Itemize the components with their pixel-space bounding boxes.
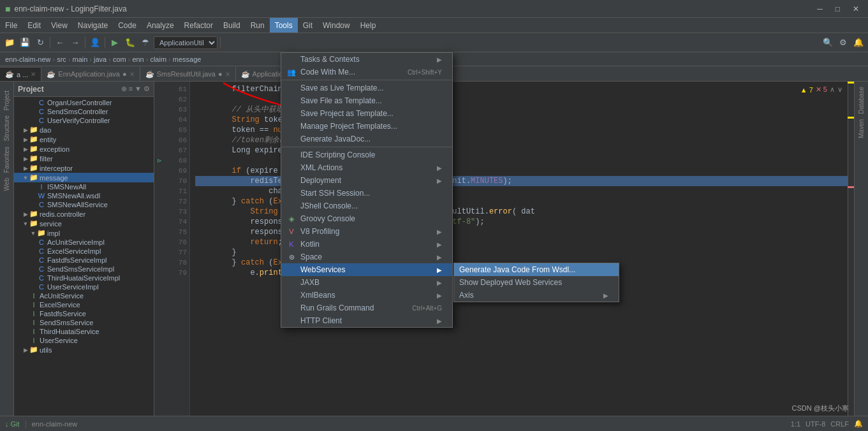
tree-item-excel-service[interactable]: I ExcelService: [14, 300, 154, 309]
menu-save-file-template[interactable]: Save File as Template...: [281, 94, 452, 107]
menu-start-ssh[interactable]: Start SSH Session...: [281, 187, 452, 200]
menu-xml-actions[interactable]: XML Actions ▶: [281, 161, 452, 174]
project-side-label[interactable]: Project: [2, 88, 11, 113]
collapse-icon[interactable]: ≡: [129, 85, 133, 93]
status-line-sep[interactable]: CRLF: [830, 420, 849, 428]
tab-close-btn[interactable]: ✕: [31, 71, 36, 78]
breadcrumb-root[interactable]: enn-claim-new: [5, 55, 51, 63]
tree-item-utils[interactable]: ▶ 📁 utils: [14, 345, 154, 354]
breadcrumb-message[interactable]: message: [173, 55, 202, 63]
menu-navigate[interactable]: Navigate: [73, 18, 113, 33]
breadcrumb-enn[interactable]: enn: [132, 55, 143, 63]
menu-generate-javadoc[interactable]: Generate JavaDoc...: [281, 133, 452, 145]
tree-item-excel-impl[interactable]: C ExcelServiceImpl: [14, 247, 154, 256]
menu-code[interactable]: Code: [113, 18, 142, 33]
menu-help[interactable]: Help: [355, 18, 381, 33]
tree-item-user-verify-controller[interactable]: C UserVerifyController: [14, 116, 154, 125]
menu-run-grails[interactable]: Run Grails Command Ctrl+Alt+G: [281, 302, 452, 314]
breadcrumb-com[interactable]: com: [113, 55, 126, 63]
menu-build[interactable]: Build: [218, 18, 246, 33]
menu-tasks-contexts[interactable]: Tasks & Contexts ▶: [281, 53, 452, 66]
editor-area[interactable]: ⊳ 61 62 63 64 65 66 67: [154, 82, 854, 431]
tree-item-user-service[interactable]: I UserService: [14, 336, 154, 345]
submenu-show-deployed[interactable]: Show Deployed Web Services: [454, 276, 619, 289]
menu-manage-templates[interactable]: Manage Project Templates...: [281, 120, 452, 133]
menu-xmlbeans[interactable]: XmlBeans ▶: [281, 289, 452, 302]
tab-close-btn[interactable]: ✕: [129, 71, 135, 78]
project-tree[interactable]: C OrganUserController C SendSmsControlle…: [14, 97, 154, 431]
maximize-button[interactable]: □: [832, 4, 844, 13]
menu-http-client[interactable]: HTTP Client ▶: [281, 314, 452, 327]
tree-item-sms-new-all-service[interactable]: C SMSNewAllService: [14, 200, 154, 209]
tree-item-ac-unit-impl[interactable]: C AcUnitServiceImpl: [14, 238, 154, 247]
menu-jshell-console[interactable]: JShell Console...: [281, 200, 452, 212]
tree-item-third-huatai-impl[interactable]: C ThirdHuataiServiceImpl: [14, 274, 154, 282]
tree-item-redis-controller[interactable]: ▶ 📁 redis.controller: [14, 209, 154, 219]
maven-side-label[interactable]: Maven: [857, 117, 866, 141]
minimize-button[interactable]: ─: [813, 4, 827, 13]
tree-item-send-sms-impl[interactable]: C SendSmsServiceImpl: [14, 265, 154, 274]
favorites-side-label[interactable]: Favorites: [2, 144, 11, 175]
menu-webservices[interactable]: WebServices ▶ Generate Java Code From Ws…: [281, 263, 452, 276]
menu-run[interactable]: Run: [246, 18, 270, 33]
menu-save-live-template[interactable]: Save as Live Template...: [281, 82, 452, 94]
toolbar-search-btn[interactable]: 🔍: [821, 36, 835, 50]
menu-ide-scripting[interactable]: IDE Scripting Console: [281, 149, 452, 161]
menu-jaxb[interactable]: JAXB ▶: [281, 276, 452, 289]
toolbar-settings-btn[interactable]: ⚙: [836, 36, 850, 50]
filter-icon[interactable]: ▼: [135, 85, 142, 93]
structure-side-label[interactable]: Structure: [2, 113, 11, 144]
tree-item-filter[interactable]: ▶ 📁 filter: [14, 154, 154, 163]
tree-item-exception[interactable]: ▶ 📁 exception: [14, 144, 154, 154]
tree-item-send-sms-service[interactable]: I SendSmsService: [14, 318, 154, 327]
tree-item-fastdfs-impl[interactable]: C FastdfsServiceImpl: [14, 256, 154, 265]
tree-item-dao[interactable]: ▶ 📁 dao: [14, 125, 154, 135]
toolbar-coverage-icon[interactable]: ☂: [138, 36, 152, 50]
web-side-label[interactable]: Web: [2, 175, 11, 193]
breadcrumb-main[interactable]: main: [73, 55, 88, 63]
menu-code-with-me[interactable]: 👥 Code With Me... Ctrl+Shift+Y: [281, 66, 452, 78]
close-button[interactable]: ✕: [849, 4, 863, 13]
tree-item-sms-new-all-wsdl[interactable]: W SMSNewAll.wsdl: [14, 191, 154, 200]
tab-enn-application[interactable]: ☕ EnnApplication.java ● ✕: [41, 67, 140, 81]
toolbar-open-btn[interactable]: 📁: [3, 36, 17, 50]
toolbar-update-btn[interactable]: 🔔: [851, 36, 865, 50]
breadcrumb-src[interactable]: src: [57, 55, 66, 63]
status-git[interactable]: ↓ Git: [5, 420, 20, 428]
status-position[interactable]: 1:1: [791, 420, 800, 428]
tree-item-service[interactable]: ▼ 📁 service: [14, 219, 154, 228]
tree-item-ac-unit-service[interactable]: I AcUnitService: [14, 291, 154, 300]
status-notifications[interactable]: 🔔: [854, 420, 863, 428]
tab-sms-result-util[interactable]: ☕ SmsResultUtil.java ● ✕: [140, 67, 236, 81]
tab-active[interactable]: ☕ a ... ✕: [0, 67, 41, 81]
menu-save-project-template[interactable]: Save Project as Template...: [281, 107, 452, 120]
toolbar-refresh-btn[interactable]: ↻: [33, 36, 47, 50]
menu-git[interactable]: Git: [298, 18, 318, 33]
menu-v8-profiling[interactable]: V V8 Profiling ▶: [281, 225, 452, 238]
tree-item-send-sms-controller[interactable]: C SendSmsController: [14, 107, 154, 116]
tree-item-entity[interactable]: ▶ 📁 entity: [14, 135, 154, 144]
menu-tools[interactable]: Tools: [270, 18, 298, 33]
submenu-axis[interactable]: Axis ▶: [454, 289, 619, 302]
menu-analyze[interactable]: Analyze: [142, 18, 179, 33]
tree-item-impl[interactable]: ▼ 📁 impl: [14, 228, 154, 238]
locate-icon[interactable]: ⊕: [121, 85, 127, 93]
expand-btn[interactable]: ∧: [830, 85, 835, 94]
menu-groovy-console[interactable]: ◈ Groovy Console: [281, 212, 452, 225]
toolbar-user-btn[interactable]: 👤: [88, 36, 102, 50]
settings-icon[interactable]: ⚙: [143, 85, 150, 93]
tab-close-btn[interactable]: ✕: [225, 71, 230, 78]
run-config-dropdown[interactable]: ApplicationUtil: [154, 36, 217, 49]
breadcrumb-claim[interactable]: claim: [150, 55, 166, 63]
submenu-generate-java-code[interactable]: Generate Java Code From Wsdl...: [454, 263, 619, 276]
menu-edit[interactable]: Edit: [22, 18, 46, 33]
menu-space[interactable]: ⊛ Space ▶: [281, 251, 452, 263]
breadcrumb-java[interactable]: java: [94, 55, 107, 63]
toolbar-run-icon[interactable]: ▶: [108, 36, 122, 50]
tree-item-user-service-impl[interactable]: C UserServiceImpl: [14, 282, 154, 291]
menu-deployment[interactable]: Deployment ▶: [281, 174, 452, 187]
tree-item-interceptor[interactable]: ▶ 📁 interceptor: [14, 163, 154, 173]
tree-item-fastdfs-service[interactable]: I FastdfsService: [14, 309, 154, 318]
menu-refactor[interactable]: Refactor: [179, 18, 218, 33]
menu-view[interactable]: View: [46, 18, 73, 33]
